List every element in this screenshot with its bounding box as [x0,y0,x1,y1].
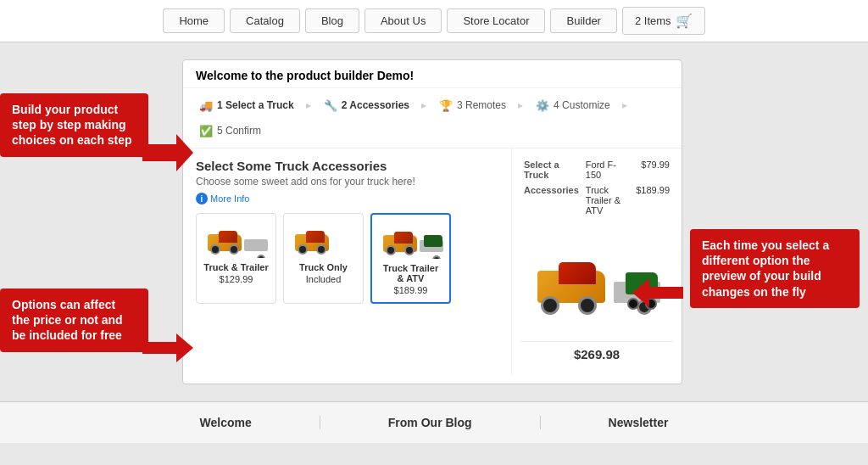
step-divider-3: ▸ [518,99,523,111]
option-3-price: $189.99 [379,285,442,295]
footer-blog: From Our Blog [320,416,541,429]
option-2-name: Truck Only [291,262,356,272]
option-1-name: Truck & Trailer [203,262,269,272]
truck-only-image [291,221,357,258]
step-4-label: 4 Customize [554,99,610,111]
step-divider-1: ▸ [306,99,311,111]
builder-panel: Welcome to the product builder Demo! 🚚 1… [182,59,682,384]
accessories-step-icon: 🔧 [323,98,338,113]
option-1-price: $129.99 [203,274,269,284]
step-5-label: 5 Confirm [217,125,261,137]
remotes-step-icon: 🏆 [438,98,453,113]
big-truck-preview [529,244,665,320]
annotation-build-steps: Build your product step by step making c… [0,93,148,157]
step-2-label: 2 Accessories [342,99,409,111]
picker-subheading: Choose some sweet add ons for your truck… [196,176,498,188]
step-divider-2: ▸ [421,99,426,111]
picker-heading: Select Some Truck Accessories [196,159,498,173]
truck-trailer-image [203,221,270,258]
nav-cart-button[interactable]: 2 Items 🛒 [622,7,705,35]
footer-newsletter: Newsletter [541,416,737,429]
picker-col: Select Some Truck Accessories Choose som… [183,148,512,375]
summary-val-accessories: Truck Trailer & ATV [582,182,632,218]
step-1-truck[interactable]: 🚚 1 Select a Truck [192,95,301,115]
option-2-price: Included [291,274,356,284]
footer-welcome: Welcome [132,416,320,429]
builder-title: Welcome to the product builder Demo! [183,60,682,88]
more-info-label: More Info [210,193,249,204]
main-area: Build your product step by step making c… [0,42,868,401]
info-icon: i [196,193,208,204]
step-2-accessories[interactable]: 🔧 2 Accessories [316,95,416,115]
summary-price-accessories: $189.99 [632,182,673,218]
builder-body: Select Some Truck Accessories Choose som… [183,148,682,375]
annotation-preview-changes: Each time you select a different option … [690,229,860,308]
nav-builder[interactable]: Builder [550,8,616,33]
annotation-options-price: Options can affect the price or not and … [0,289,148,352]
nav-bar: Home Catalog Blog About Us Store Locator… [0,0,868,42]
option-truck-trailer[interactable]: Truck & Trailer $129.99 [196,213,276,304]
nav-store-locator[interactable]: Store Locator [447,8,545,33]
option-3-name: Truck Trailer & ATV [379,263,442,283]
step-3-remotes[interactable]: 🏆 3 Remotes [431,95,513,115]
nav-about[interactable]: About Us [364,8,442,33]
step-1-label: 1 Select a Truck [217,99,294,111]
summary-label-truck: Select a Truck [520,157,582,182]
customize-step-icon: ⚙️ [535,98,550,113]
preview-area [520,227,673,337]
total-price: $269.98 [520,341,673,367]
step-4-customize[interactable]: ⚙️ 4 Customize [528,95,617,115]
summary-row-accessories: Accessories Truck Trailer & ATV $189.99 [520,182,673,218]
nav-blog[interactable]: Blog [305,8,359,33]
truck-step-icon: 🚚 [198,98,214,113]
more-info-link[interactable]: i More Info [196,193,498,204]
confirm-step-icon: ✅ [198,123,214,138]
cart-icon: 🛒 [676,13,693,29]
step-divider-4: ▸ [622,99,627,111]
option-truck-trailer-atv[interactable]: Truck Trailer & ATV $189.99 [370,213,451,304]
summary-table: Select a Truck Ford F-150 $79.99 Accesso… [520,157,673,218]
step-5-confirm[interactable]: ✅ 5 Confirm [192,120,268,141]
cart-label: 2 Items [635,14,671,27]
nav-catalog[interactable]: Catalog [230,8,300,33]
summary-price-truck: $79.99 [632,157,673,182]
nav-home[interactable]: Home [163,8,225,33]
truck-trailer-atv-image [379,221,445,259]
product-options: Truck & Trailer $129.99 Truck Only Inclu… [196,213,498,304]
summary-label-accessories: Accessories [520,182,582,218]
footer-bar: Welcome From Our Blog Newsletter [0,401,868,443]
summary-col: Select a Truck Ford F-150 $79.99 Accesso… [512,148,682,375]
summary-val-truck: Ford F-150 [582,157,632,182]
summary-row-truck: Select a Truck Ford F-150 $79.99 [520,157,673,182]
step-nav: 🚚 1 Select a Truck ▸ 🔧 2 Accessories ▸ 🏆… [183,88,682,148]
step-3-label: 3 Remotes [457,99,506,111]
option-truck-only[interactable]: Truck Only Included [283,213,364,304]
